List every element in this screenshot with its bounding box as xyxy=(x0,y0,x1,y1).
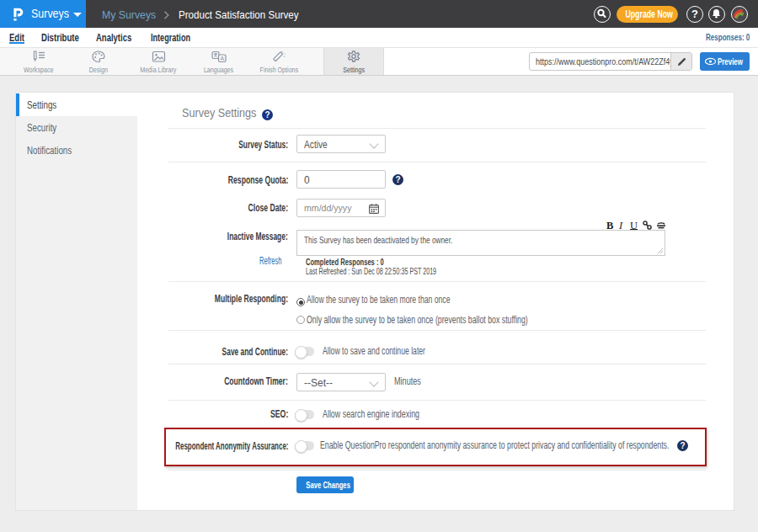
svg-text:A: A xyxy=(220,56,224,61)
